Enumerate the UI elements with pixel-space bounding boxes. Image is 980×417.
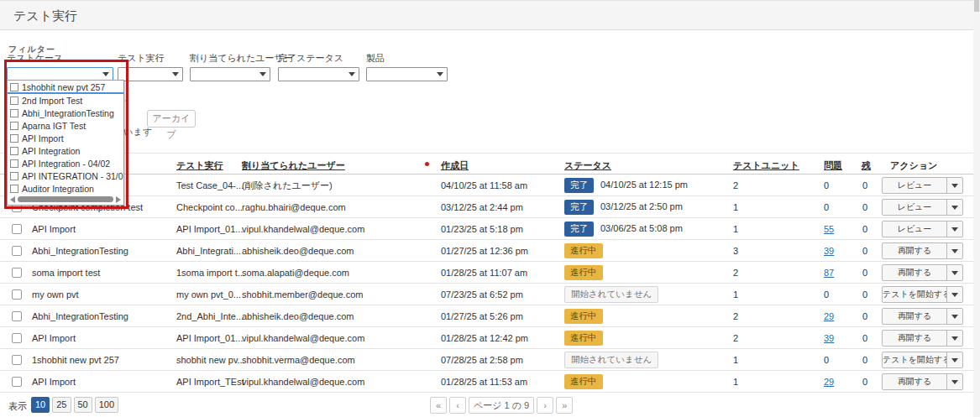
action-dropdown-arrow-icon[interactable] (946, 287, 962, 302)
action-button[interactable]: レビュー (883, 222, 946, 237)
cell-issues[interactable]: 39 (824, 246, 834, 256)
test-runs-table: テスト実行 割り当てられたユーザー 作成日 ステータス テストユニット 問題 残… (0, 153, 973, 393)
action-button[interactable]: 再開する (883, 265, 946, 280)
dropdown-option[interactable]: API Import (8, 132, 123, 144)
dropdown-option[interactable]: API INTEGRATION - 31/01 (8, 170, 123, 183)
row-checkbox[interactable] (12, 246, 22, 256)
cell-issues[interactable]: 87 (824, 268, 834, 278)
cell-assigned-user: shobhit.verma@deque.com (242, 355, 355, 365)
cell-issues[interactable]: 29 (824, 311, 834, 321)
filter-field-1: テスト実行 (118, 52, 183, 81)
cell-issues[interactable]: 55 (824, 224, 834, 234)
filter-select-4[interactable] (366, 67, 448, 81)
dropdown-option[interactable]: 1shobhit new pvt 257 (8, 81, 123, 94)
row-checkbox[interactable] (12, 377, 22, 387)
dropdown-option[interactable]: Abhi_IntegrationTesting (8, 107, 123, 119)
cell-remaining: 0 (862, 333, 867, 343)
row-checkbox[interactable] (12, 311, 22, 321)
window-scroll-thumb[interactable] (974, 0, 979, 12)
action-dropdown-arrow-icon[interactable] (946, 309, 962, 324)
dropdown-option[interactable]: 2nd Import Test (8, 94, 123, 107)
window-scrollbar[interactable] (973, 0, 980, 417)
option-checkbox[interactable] (10, 122, 18, 130)
page-size-button-25[interactable]: 25 (52, 397, 71, 413)
dropdown-option[interactable]: API Integration (8, 144, 123, 157)
option-checkbox[interactable] (10, 96, 18, 105)
page-size-button-10[interactable]: 10 (31, 397, 50, 413)
cell-test-units: 1 (733, 289, 738, 300)
filter-field-3: 完了ステータス (278, 52, 359, 81)
action-dropdown-arrow-icon[interactable] (946, 331, 962, 346)
action-dropdown-arrow-icon[interactable] (946, 222, 962, 237)
action-button[interactable]: レビュー (883, 200, 946, 215)
dropdown-horizontal-scrollbar[interactable] (8, 194, 123, 205)
dropdown-option[interactable]: Auditor Integration (8, 183, 123, 194)
option-checkbox[interactable] (10, 109, 18, 117)
row-checkbox[interactable] (12, 268, 22, 278)
action-button[interactable]: 再開する (883, 374, 946, 389)
option-checkbox[interactable] (10, 147, 18, 155)
filter-select-1[interactable] (118, 67, 183, 81)
row-checkbox[interactable] (12, 224, 22, 234)
action-dropdown-arrow-icon[interactable] (946, 265, 962, 280)
col-header-remaining[interactable]: 残 (862, 159, 871, 172)
cell-issues[interactable]: 29 (824, 377, 834, 387)
chevron-down-icon (349, 72, 355, 76)
page-size-button-50[interactable]: 50 (74, 397, 92, 413)
option-checkbox[interactable] (10, 83, 18, 91)
cell-assigned-user: vipul.khandelwal@deque.com (242, 224, 364, 234)
cell-test-case: API Import (32, 377, 76, 387)
filter-select-3[interactable] (278, 67, 359, 81)
action-button[interactable]: 再開する (883, 243, 946, 258)
pagination-last-button[interactable]: » (556, 397, 573, 414)
option-checkbox[interactable] (10, 185, 18, 193)
row-checkbox[interactable] (12, 355, 22, 365)
option-label: 2nd Import Test (22, 96, 82, 106)
cell-test-units: 2 (733, 333, 738, 343)
cell-remaining: 0 (862, 355, 867, 365)
dropdown-option[interactable]: Aparna IGT Test (8, 119, 123, 132)
cell-test-case: Abhi_IntegrationTesting (32, 246, 128, 256)
row-checkbox[interactable] (12, 289, 22, 300)
action-dropdown-arrow-icon[interactable] (946, 352, 962, 367)
table-row: API ImportAPI Import_01...vipul.khandelw… (0, 218, 973, 240)
cell-created-date: 01/28/25 at 11:53 am (441, 377, 527, 387)
cell-issues[interactable]: 39 (824, 333, 834, 343)
action-dropdown-arrow-icon[interactable] (946, 178, 962, 193)
page-header: テスト実行 (0, 0, 973, 30)
option-checkbox[interactable] (10, 172, 18, 180)
archive-button[interactable]: アーカイブ (147, 110, 196, 128)
action-button[interactable]: テストを開始する (883, 352, 946, 367)
action-button[interactable]: レビュー (883, 178, 946, 193)
col-header-issues[interactable]: 問題 (824, 159, 842, 172)
cell-remaining: 0 (862, 246, 867, 256)
col-header-status[interactable]: ステータス (564, 159, 611, 172)
cell-test-run: 2nd_Abhi_Inte... (176, 311, 244, 321)
row-checkbox[interactable] (12, 333, 22, 343)
action-button-group: レビュー (882, 177, 963, 194)
col-header-test-run[interactable]: テスト実行 (176, 159, 223, 172)
col-header-assigned-user[interactable]: 割り当てられたユーザー (242, 159, 345, 172)
page-size-button-100[interactable]: 100 (95, 397, 118, 413)
filter-field-2: 割り当てられたユーザー (190, 52, 270, 81)
cell-remaining: 0 (862, 202, 867, 212)
option-checkbox[interactable] (10, 159, 18, 168)
scroll-right-icon[interactable] (116, 196, 121, 203)
col-header-test-units[interactable]: テストユニット (733, 159, 799, 172)
action-button[interactable]: テストを開始する (883, 287, 946, 302)
action-button[interactable]: 再開する (883, 331, 946, 346)
filter-select-2[interactable] (190, 67, 270, 81)
action-dropdown-arrow-icon[interactable] (946, 243, 962, 258)
horizontal-scroll-thumb[interactable] (18, 196, 113, 202)
action-dropdown-arrow-icon[interactable] (946, 200, 962, 215)
option-checkbox[interactable] (10, 134, 18, 143)
dropdown-option[interactable]: API Integration - 04/02 (8, 158, 123, 170)
pagination-first-button[interactable]: « (430, 397, 447, 414)
col-header-created[interactable]: 作成日 (441, 159, 469, 172)
pagination-prev-button[interactable]: ‹ (449, 397, 466, 414)
action-dropdown-arrow-icon[interactable] (946, 374, 962, 389)
chevron-down-icon (102, 72, 109, 76)
scroll-left-icon[interactable] (10, 196, 15, 203)
action-button[interactable]: 再開する (883, 309, 946, 324)
pagination-next-button[interactable]: › (537, 397, 553, 414)
